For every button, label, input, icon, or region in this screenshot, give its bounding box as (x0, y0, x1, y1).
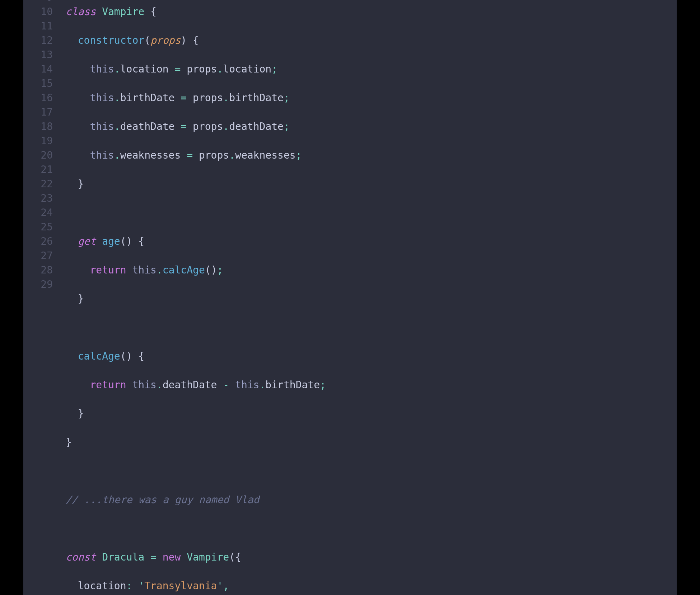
code-token: props (150, 34, 181, 46)
line-number[interactable]: 24 (31, 206, 53, 220)
code-content[interactable]: /* * Once upon a time... */ class Vampir… (58, 0, 677, 595)
line-number[interactable]: 12 (31, 33, 53, 48)
line-number[interactable]: 18 (31, 120, 53, 134)
code-token: Vampire (102, 6, 144, 18)
line-number[interactable]: 29 (31, 277, 53, 292)
line-number[interactable]: 13 (31, 48, 53, 62)
line-number[interactable]: 22 (31, 177, 53, 191)
line-number[interactable]: 21 (31, 163, 53, 177)
line-number[interactable]: 26 (31, 234, 53, 249)
line-number[interactable]: 28 (31, 263, 53, 277)
line-number[interactable]: 16 (31, 91, 53, 105)
line-number[interactable]: 14 (31, 62, 53, 76)
line-number[interactable]: 25 (31, 220, 53, 234)
code-token: constructor (78, 34, 144, 46)
code-token: this (90, 63, 114, 75)
line-number[interactable]: 10 (31, 5, 53, 19)
line-number-gutter[interactable]: 1 2 3 4 5 6 7 8 9 10 11 12 13 14 15 16 1… (23, 0, 58, 595)
line-number[interactable]: 23 (31, 191, 53, 206)
code-token: { (150, 6, 157, 18)
editor-window: example.js example.js × 1 2 3 4 5 6 7 8 … (23, 0, 677, 595)
line-number[interactable]: 15 (31, 76, 53, 91)
editor-area: 1 2 3 4 5 6 7 8 9 10 11 12 13 14 15 16 1… (23, 0, 677, 595)
line-number[interactable]: 20 (31, 148, 53, 163)
code-token: class (66, 6, 96, 18)
line-number[interactable]: 27 (31, 249, 53, 263)
line-number[interactable]: 17 (31, 105, 53, 120)
code-token: // ...there was a guy named Vlad (66, 494, 259, 506)
line-number[interactable]: 19 (31, 134, 53, 148)
line-number[interactable]: 11 (31, 19, 53, 33)
code-token: get (78, 235, 96, 247)
line-number[interactable]: 9 (31, 0, 53, 5)
